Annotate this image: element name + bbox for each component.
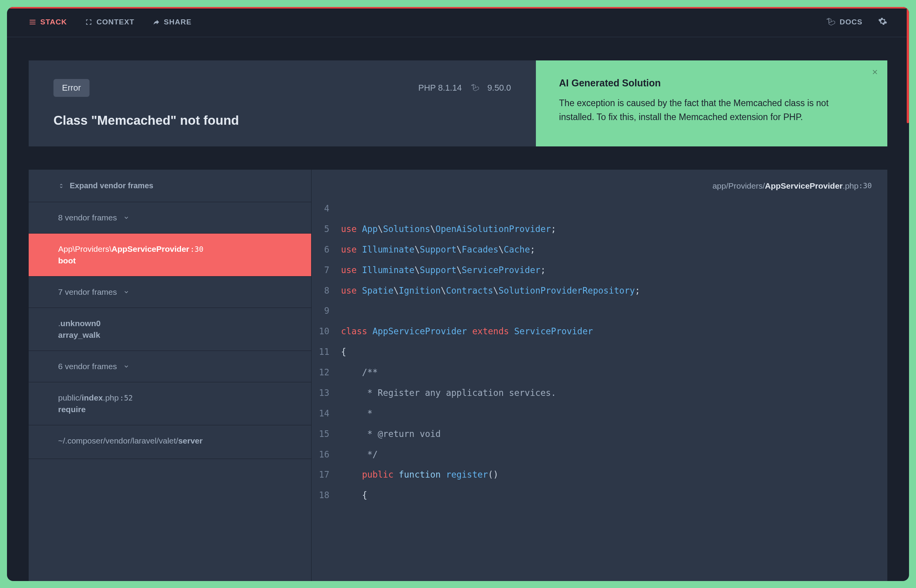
docs-label: DOCS (840, 18, 863, 26)
code-lines: 45use App\Solutions\OpenAiSolutionProvid… (312, 198, 887, 505)
line-content: * @return void (341, 424, 441, 444)
line-content: class AppServiceProvider extends Service… (341, 321, 593, 342)
main-content: Error PHP 8.1.14 9.50.0 Class "Memcached… (7, 37, 909, 581)
ignition-error-page: STACK CONTEXT SHARE DOCS (7, 7, 909, 581)
stack-row: Expand vendor frames 8 vendor framesApp\… (29, 170, 887, 581)
error-badge: Error (53, 79, 90, 97)
expand-label: Expand vendor frames (70, 181, 153, 190)
line-number: 16 (316, 444, 341, 465)
code-line: 6use Illuminate\Support\Facades\Cache; (316, 239, 887, 260)
scrollbar-thumb[interactable] (907, 7, 909, 123)
summary-row: Error PHP 8.1.14 9.50.0 Class "Memcached… (29, 60, 887, 146)
code-path-prefix: app/Providers/ (713, 181, 765, 191)
frame-path: public/index.php:52 (58, 393, 282, 402)
solution-title: AI Generated Solution (559, 77, 864, 89)
frame-path: ~/.composer/vendor/laravel/valet/server (58, 436, 282, 445)
vendor-frames-label: 6 vendor frames (58, 362, 117, 371)
line-content: * (341, 403, 372, 424)
line-content: * Register any application services. (341, 383, 556, 403)
line-number: 8 (316, 280, 341, 301)
php-version: PHP 8.1.14 (418, 83, 462, 93)
line-number: 11 (316, 342, 341, 362)
line-number: 10 (316, 321, 341, 342)
laravel-icon (470, 84, 479, 92)
line-number: 4 (316, 198, 341, 219)
line-number: 9 (316, 301, 341, 321)
code-line: 4 (316, 198, 887, 219)
code-path-line: :30 (859, 181, 872, 191)
vendor-frames-group[interactable]: 6 vendor frames (29, 351, 311, 382)
expand-collapse-icon (58, 183, 64, 189)
tab-share[interactable]: SHARE (152, 18, 192, 26)
line-content: { (341, 485, 367, 505)
vendor-frames-group[interactable]: 8 vendor frames (29, 202, 311, 234)
frames-list: 8 vendor framesApp\Providers\AppServiceP… (29, 202, 311, 459)
code-line: 16 */ (316, 444, 887, 465)
stack-frame[interactable]: App\Providers\AppServiceProvider:30boot (29, 234, 311, 277)
code-line: 7use Illuminate\Support\ServiceProvider; (316, 260, 887, 280)
tab-context[interactable]: CONTEXT (85, 18, 134, 26)
code-path-suffix: .php (843, 181, 859, 191)
share-icon (152, 18, 160, 26)
docs-link[interactable]: DOCS (826, 17, 863, 27)
code-line: 11{ (316, 342, 887, 362)
code-line: 14 * (316, 403, 887, 424)
line-content: use Illuminate\Support\ServiceProvider; (341, 260, 546, 280)
vendor-frames-label: 8 vendor frames (58, 213, 117, 222)
vendor-frames-group[interactable]: 7 vendor frames (29, 277, 311, 308)
chevron-down-icon (123, 289, 129, 295)
tab-stack[interactable]: STACK (29, 18, 67, 26)
tab-context-label: CONTEXT (96, 18, 134, 26)
line-number: 5 (316, 219, 341, 239)
code-line: 5use App\Solutions\OpenAiSolutionProvide… (316, 219, 887, 239)
frame-path: App\Providers\AppServiceProvider:30 (58, 244, 282, 254)
version-info: PHP 8.1.14 9.50.0 (418, 83, 511, 93)
framework-version: 9.50.0 (487, 83, 511, 93)
stack-frame[interactable]: .unknown0array_walk (29, 308, 311, 351)
line-content: use Illuminate\Support\Facades\Cache; (341, 239, 535, 260)
line-number: 7 (316, 260, 341, 280)
code-line: 12 /** (316, 362, 887, 383)
svg-rect-1 (30, 22, 36, 22)
code-line: 13 * Register any application services. (316, 383, 887, 403)
line-content: use App\Solutions\OpenAiSolutionProvider… (341, 219, 556, 239)
chevron-down-icon (123, 363, 129, 370)
solution-card: AI Generated Solution The exception is c… (536, 60, 887, 146)
solution-close-button[interactable] (871, 68, 879, 77)
vendor-frames-label: 7 vendor frames (58, 287, 117, 297)
code-line: 15 * @return void (316, 424, 887, 444)
header-bar: STACK CONTEXT SHARE DOCS (7, 7, 909, 37)
code-column: app/Providers/AppServiceProvider.php:30 … (312, 170, 887, 581)
svg-rect-0 (30, 20, 36, 21)
expand-vendor-frames[interactable]: Expand vendor frames (29, 170, 311, 202)
line-number: 6 (316, 239, 341, 260)
stack-frame[interactable]: public/index.php:52require (29, 382, 311, 425)
line-number: 14 (316, 403, 341, 424)
frame-method: boot (58, 256, 282, 265)
code-line: 9 (316, 301, 887, 321)
chevron-down-icon (123, 215, 129, 221)
header-tabs: STACK CONTEXT SHARE (29, 18, 191, 26)
close-icon (871, 68, 879, 76)
code-line: 17 public function register() (316, 464, 887, 485)
frames-column: Expand vendor frames 8 vendor framesApp\… (29, 170, 312, 581)
settings-button[interactable] (878, 17, 887, 28)
tab-share-label: SHARE (164, 18, 192, 26)
header-right: DOCS (826, 17, 887, 28)
line-number: 15 (316, 424, 341, 444)
line-content: */ (341, 444, 378, 465)
stack-frame[interactable]: ~/.composer/vendor/laravel/valet/server (29, 425, 311, 459)
line-content: use Spatie\Ignition\Contracts\SolutionPr… (341, 280, 640, 301)
error-card: Error PHP 8.1.14 9.50.0 Class "Memcached… (29, 60, 536, 146)
line-number: 18 (316, 485, 341, 505)
top-accent-border (7, 7, 909, 9)
expand-icon (85, 18, 93, 26)
code-line: 8use Spatie\Ignition\Contracts\SolutionP… (316, 280, 887, 301)
line-number: 13 (316, 383, 341, 403)
line-content: public function register() (341, 464, 498, 485)
frame-method: array_walk (58, 330, 282, 340)
error-title: Class "Memcached" not found (53, 113, 511, 128)
gear-icon (878, 17, 887, 26)
line-number: 12 (316, 362, 341, 383)
stack-icon (29, 18, 36, 26)
